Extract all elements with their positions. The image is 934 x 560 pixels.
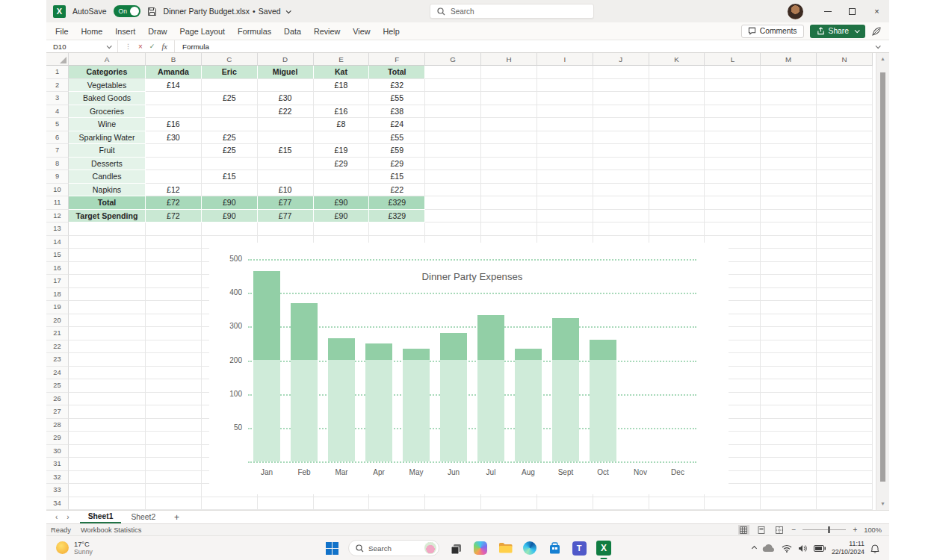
cell-F3[interactable]: £55 xyxy=(369,92,425,105)
ribbon-tab-file[interactable]: File xyxy=(55,27,68,36)
row-header-14[interactable]: 14 xyxy=(46,236,69,249)
ribbon-tab-formulas[interactable]: Formulas xyxy=(238,27,271,36)
cell-G1[interactable] xyxy=(425,66,481,79)
cell-H10[interactable] xyxy=(481,184,537,197)
cell-D5[interactable] xyxy=(258,118,314,131)
cell-H12[interactable] xyxy=(481,210,537,223)
cell-E4[interactable]: £16 xyxy=(314,105,370,119)
row-header-11[interactable]: 11 xyxy=(46,196,69,210)
cell-H13[interactable] xyxy=(481,223,537,236)
row-header-31[interactable]: 31 xyxy=(46,458,69,471)
cell-A13[interactable] xyxy=(69,223,146,236)
excel-taskbar-icon[interactable]: X xyxy=(596,540,612,556)
cell-I3[interactable] xyxy=(537,92,593,105)
edge-icon[interactable] xyxy=(522,540,538,556)
scrollbar-thumb[interactable] xyxy=(880,72,885,482)
cell-N31[interactable] xyxy=(817,458,873,471)
cell-A1[interactable]: Categories xyxy=(69,66,146,79)
cell-N34[interactable] xyxy=(817,497,873,511)
cell-N9[interactable] xyxy=(817,170,873,184)
cell-M30[interactable] xyxy=(761,445,817,458)
cell-I2[interactable] xyxy=(537,79,593,93)
page-break-view-icon[interactable] xyxy=(774,525,785,535)
cell-G8[interactable] xyxy=(425,158,481,171)
cell-A7[interactable]: Fruit xyxy=(69,144,146,158)
cell-B10[interactable]: £12 xyxy=(146,184,202,197)
enter-icon[interactable]: ✓ xyxy=(149,43,155,50)
sheet-tab-sheet1[interactable]: Sheet1 xyxy=(80,511,122,523)
spreadsheet-grid[interactable]: ABCDEFGHIJKLMN1CategoriesAmandaEricMigue… xyxy=(46,53,889,510)
cell-M5[interactable] xyxy=(761,118,817,131)
cell-N21[interactable] xyxy=(817,327,873,340)
column-header-C[interactable]: C xyxy=(202,53,258,66)
cell-M1[interactable] xyxy=(761,66,817,79)
cell-C6[interactable]: £25 xyxy=(202,131,258,145)
cell-D10[interactable]: £10 xyxy=(258,184,314,197)
row-header-5[interactable]: 5 xyxy=(46,118,69,131)
ribbon-tab-review[interactable]: Review xyxy=(314,27,340,36)
cell-F2[interactable]: £32 xyxy=(369,79,425,93)
cell-E11[interactable]: £90 xyxy=(314,196,370,210)
cell-A26[interactable] xyxy=(69,393,146,406)
cancel-icon[interactable]: × xyxy=(138,43,143,51)
cell-M12[interactable] xyxy=(761,210,817,223)
cell-C12[interactable]: £90 xyxy=(202,210,258,223)
cell-N18[interactable] xyxy=(817,288,873,302)
name-box[interactable]: D10 xyxy=(46,40,118,52)
cell-B13[interactable] xyxy=(146,223,202,236)
sheet-tab-sheet2[interactable]: Sheet2 xyxy=(123,511,164,523)
row-header-33[interactable]: 33 xyxy=(46,484,69,497)
cell-F12[interactable]: £329 xyxy=(369,210,425,223)
cell-L5[interactable] xyxy=(705,118,761,131)
cell-N7[interactable] xyxy=(817,144,873,158)
cell-L8[interactable] xyxy=(705,158,761,171)
cell-H8[interactable] xyxy=(481,158,537,171)
cell-E1[interactable]: Kat xyxy=(314,66,370,79)
cell-N26[interactable] xyxy=(817,393,873,406)
cell-L4[interactable] xyxy=(705,105,761,119)
cell-N29[interactable] xyxy=(817,432,873,445)
cell-N10[interactable] xyxy=(817,184,873,197)
cell-N32[interactable] xyxy=(817,471,873,485)
cell-N23[interactable] xyxy=(817,353,873,367)
cell-B34[interactable] xyxy=(146,497,202,511)
cell-K1[interactable] xyxy=(649,66,705,79)
prev-sheet-icon[interactable]: ‹ xyxy=(55,513,58,521)
cell-B30[interactable] xyxy=(146,445,202,458)
cell-G6[interactable] xyxy=(425,131,481,145)
search-box[interactable]: Search xyxy=(430,4,594,19)
cell-A14[interactable] xyxy=(69,236,146,249)
cell-M4[interactable] xyxy=(761,105,817,119)
cell-M16[interactable] xyxy=(761,262,817,276)
cell-I13[interactable] xyxy=(537,223,593,236)
cell-G4[interactable] xyxy=(425,105,481,119)
cell-F34[interactable] xyxy=(369,497,425,511)
cell-F4[interactable]: £38 xyxy=(369,105,425,119)
cell-D3[interactable]: £30 xyxy=(258,92,314,105)
cell-B6[interactable]: £30 xyxy=(146,131,202,145)
cell-E10[interactable] xyxy=(314,184,370,197)
cell-A17[interactable] xyxy=(69,275,146,288)
cell-M10[interactable] xyxy=(761,184,817,197)
cell-L9[interactable] xyxy=(705,170,761,184)
cell-K2[interactable] xyxy=(649,79,705,93)
start-button[interactable] xyxy=(324,540,340,556)
cell-N33[interactable] xyxy=(817,484,873,497)
cell-D12[interactable]: £77 xyxy=(258,210,314,223)
cell-E5[interactable]: £8 xyxy=(314,118,370,131)
cell-N5[interactable] xyxy=(817,118,873,131)
chart-title[interactable]: Dinner Party Expenses xyxy=(248,271,696,282)
cell-A3[interactable]: Baked Goods xyxy=(69,92,146,105)
cell-J11[interactable] xyxy=(593,196,649,210)
cell-H3[interactable] xyxy=(481,92,537,105)
cell-E8[interactable]: £29 xyxy=(314,158,370,171)
cell-B11[interactable]: £72 xyxy=(146,196,202,210)
cell-A18[interactable] xyxy=(69,288,146,302)
row-header-9[interactable]: 9 xyxy=(46,170,69,184)
column-header-F[interactable]: F xyxy=(369,53,425,66)
cell-E6[interactable] xyxy=(314,131,370,145)
cell-M28[interactable] xyxy=(761,419,817,432)
notifications-icon[interactable] xyxy=(870,544,879,553)
chart-bar-sept[interactable] xyxy=(552,318,579,461)
row-header-22[interactable]: 22 xyxy=(46,340,69,354)
